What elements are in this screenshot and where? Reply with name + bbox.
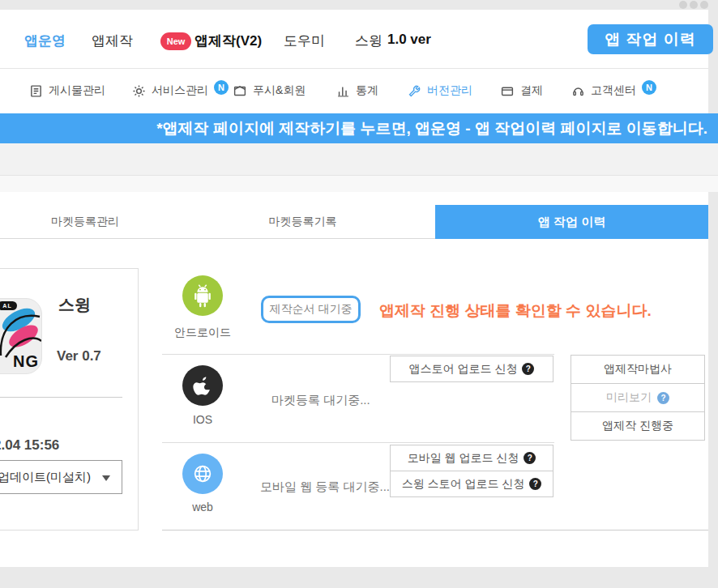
tab-market-history[interactable]: 마켓등록기록 (170, 205, 435, 239)
subnav-push-members[interactable]: 푸시&회원 (233, 80, 306, 101)
row-divider (162, 354, 554, 355)
gray-band (0, 175, 718, 192)
button-label: 모바일 웹 업로드 신청 (408, 451, 519, 466)
app-updated-time: 2.04 15:56 (0, 437, 59, 454)
help-icon[interactable]: ? (524, 452, 536, 464)
help-icon[interactable]: ? (657, 392, 669, 404)
window-titlebar (0, 0, 718, 10)
dropdown-value: 업데이트(미설치) (0, 461, 91, 493)
app-version: Ver 0.7 (57, 348, 101, 364)
app-history-button[interactable]: 앱 작업 이력 (588, 24, 713, 54)
help-icon[interactable]: ? (522, 363, 534, 375)
n-badge: N (214, 80, 229, 95)
new-badge: New (160, 32, 191, 50)
app-logo-text: NG (13, 352, 39, 371)
row-divider (162, 530, 708, 530)
button-label: 앱제작 진행중 (602, 419, 673, 433)
subnav-version[interactable]: 버전관리 (408, 80, 472, 101)
window-control-icon[interactable] (679, 1, 687, 9)
nav-app-operation[interactable]: 앱운영 (24, 32, 66, 50)
android-icon (182, 275, 223, 316)
build-progress-notice: 앱제작 진행 상태를 확인할 수 있습니다. (379, 300, 652, 322)
app-logo-badge: AL (0, 301, 17, 310)
chevron-down-icon (102, 475, 110, 481)
nav-app-build-v2[interactable]: 앱제작(V2) (194, 32, 262, 50)
tab-bar: 마켓등록관리 마켓등록기록 앱 작업 이력 (0, 205, 708, 239)
build-in-progress-button[interactable]: 앱제작 진행중 (571, 411, 705, 441)
subnav-label: 고객센터 (591, 83, 636, 98)
notice-banner: *앱제작 페이지에 제작하기를 누르면, 앱운영 - 앱 작업이력 페이지로 이… (0, 113, 718, 143)
tab-app-history[interactable]: 앱 작업 이력 (435, 205, 708, 239)
button-label: 미리보기 (606, 390, 652, 405)
card-icon (500, 84, 515, 98)
footer-band (0, 567, 718, 588)
subnav-label: 버전관리 (427, 83, 472, 98)
button-label: 앱스토어 업로드 신청 (409, 362, 518, 377)
update-status-dropdown[interactable]: 업데이트(미설치) (0, 460, 122, 494)
subnav-label: 게시물관리 (49, 83, 105, 98)
window-right-edge (708, 0, 718, 588)
card-divider (0, 397, 122, 398)
app-logo: AL NG (0, 298, 42, 374)
row-divider (162, 442, 554, 443)
sub-nav: 게시물관리 서비스관리 N 푸시&회원 통계 버전관리 결제 고객센터 N (0, 69, 708, 113)
app-window: 앱운영 앱제작 New 앱제작(V2) 도우미 스윙 1.0 ver 앱 작업 … (0, 0, 718, 588)
nav-app-build[interactable]: 앱제작 (92, 32, 133, 50)
gray-band (0, 143, 718, 175)
subnav-support[interactable]: 고객센터 N (571, 80, 656, 101)
gear-icon (132, 84, 146, 98)
subnav-posts[interactable]: 게시물관리 (29, 80, 105, 101)
apple-icon (182, 365, 223, 406)
subnav-statistics[interactable]: 통계 (336, 80, 378, 101)
subnav-label: 푸시&회원 (253, 83, 306, 98)
platform-label-web: web (162, 501, 243, 513)
nav-helper[interactable]: 도우미 (284, 32, 325, 50)
subnav-label: 결제 (520, 83, 543, 98)
ios-status-text: 마켓등록 대기중... (271, 393, 370, 408)
window-control-icon[interactable] (700, 1, 708, 9)
n-badge: N (642, 80, 656, 95)
web-status-text: 모바일 웹 등록 대기중... (260, 479, 390, 495)
nav-swing-version: 1.0 ver (387, 32, 431, 48)
nav-swing-label[interactable]: 스윙 (355, 32, 383, 50)
subnav-service[interactable]: 서비스관리 N (132, 80, 229, 101)
tab-market-manage[interactable]: 마켓등록관리 (0, 205, 170, 239)
board-icon (29, 84, 43, 98)
platform-label-ios: IOS (162, 413, 243, 426)
build-queue-status-button[interactable]: 제작순서 대기중 (261, 296, 361, 323)
help-icon[interactable]: ? (529, 478, 541, 490)
side-button-column: 앱제작마법사 미리보기 ? 앱제작 진행중 (571, 355, 705, 441)
subnav-payment[interactable]: 결제 (500, 80, 543, 101)
button-label: 앱제작마법사 (604, 362, 672, 377)
button-label: 스윙 스토어 업로드 신청 (402, 477, 525, 492)
app-name: 스윙 (58, 294, 91, 316)
subnav-label: 서비스관리 (152, 83, 208, 98)
app-wizard-button[interactable]: 앱제작마법사 (571, 355, 705, 384)
appstore-upload-request-button[interactable]: 앱스토어 업로드 신청 ? (390, 356, 553, 382)
wrench-icon (408, 84, 421, 98)
preview-button[interactable]: 미리보기 ? (571, 383, 705, 412)
window-control-icon[interactable] (690, 1, 698, 9)
mail-icon (233, 84, 247, 98)
top-nav: 앱운영 앱제작 New 앱제작(V2) 도우미 스윙 1.0 ver 앱 작업 … (0, 10, 708, 68)
chart-icon (336, 84, 350, 98)
globe-icon (182, 454, 223, 494)
mobile-web-upload-request-button[interactable]: 모바일 웹 업로드 신청 ? (390, 445, 553, 471)
window-controls[interactable] (679, 1, 708, 9)
headset-icon (571, 84, 585, 98)
swing-store-upload-request-button[interactable]: 스윙 스토어 업로드 신청 ? (390, 471, 553, 497)
subnav-label: 통계 (356, 83, 378, 98)
platform-label-android: 안드로이드 (162, 326, 243, 340)
